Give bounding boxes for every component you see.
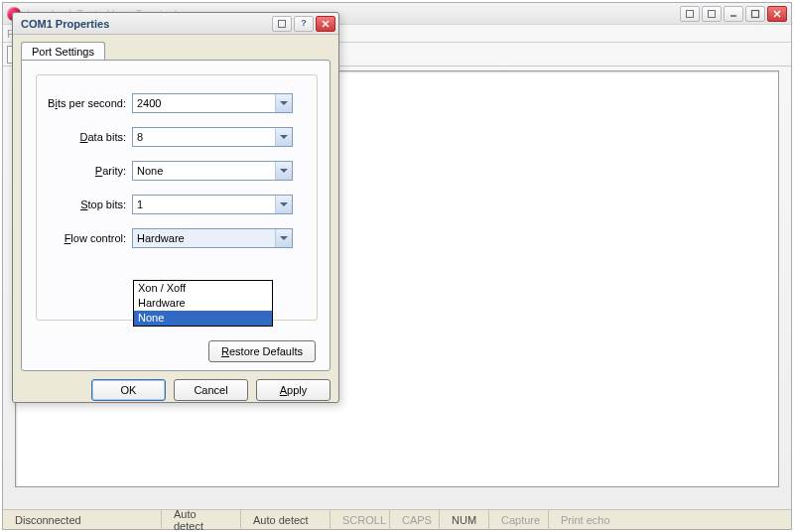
- chevron-down-icon: [275, 162, 292, 180]
- bps-label: Bits per second:: [37, 97, 132, 109]
- flowcontrol-label: Flow control:: [37, 232, 132, 244]
- chevron-down-icon: [275, 94, 292, 112]
- chevron-down-icon: [275, 229, 292, 247]
- settings-group: Bits per second: 2400 Data bits: 8: [36, 74, 318, 321]
- cancel-button[interactable]: Cancel: [174, 379, 248, 401]
- com-properties-dialog: COM1 Properties ? Port Settings Bits per…: [12, 12, 339, 403]
- parent-extra2-button[interactable]: [702, 6, 722, 22]
- databits-combo[interactable]: 8: [132, 127, 293, 147]
- ok-button[interactable]: OK: [91, 379, 166, 401]
- apply-button[interactable]: Apply: [256, 379, 331, 401]
- parent-close-button[interactable]: [767, 6, 787, 22]
- flowcontrol-combo[interactable]: Hardware: [132, 228, 293, 248]
- chevron-down-icon: [275, 196, 292, 213]
- stopbits-value: 1: [137, 199, 143, 210]
- status-connection: Disconnected: [3, 510, 162, 530]
- parity-combo[interactable]: None: [132, 161, 293, 181]
- status-num: NUM: [440, 510, 489, 530]
- svg-rect-3: [752, 10, 759, 17]
- chevron-down-icon: [275, 128, 292, 146]
- dialog-titlebar: COM1 Properties ?: [13, 13, 338, 35]
- databits-value: 8: [137, 131, 143, 143]
- parent-maximize-button[interactable]: [745, 6, 765, 22]
- flow-option-xonxoff[interactable]: Xon / Xoff: [134, 281, 272, 296]
- tab-panel: Bits per second: 2400 Data bits: 8: [21, 60, 331, 371]
- svg-rect-0: [687, 10, 694, 17]
- restore-defaults-button[interactable]: Restore Defaults: [208, 340, 316, 362]
- status-scroll: SCROLL: [331, 510, 390, 530]
- status-autodetect-1: Auto detect: [162, 510, 241, 530]
- status-autodetect-2: Auto detect: [241, 510, 331, 530]
- flowcontrol-dropdown: Xon / Xoff Hardware None: [133, 280, 273, 327]
- stopbits-combo[interactable]: 1: [132, 195, 293, 214]
- parity-value: None: [137, 165, 163, 177]
- databits-label: Data bits:: [37, 131, 132, 143]
- flow-option-hardware[interactable]: Hardware: [134, 296, 272, 311]
- bps-value: 2400: [137, 97, 161, 109]
- tab-port-settings[interactable]: Port Settings: [21, 42, 105, 61]
- status-caps: CAPS: [390, 510, 440, 530]
- svg-rect-6: [279, 20, 286, 27]
- bps-combo[interactable]: 2400: [132, 93, 293, 113]
- dialog-extra-button[interactable]: [272, 16, 292, 32]
- flow-option-none[interactable]: None: [134, 311, 272, 326]
- dialog-title: COM1 Properties: [21, 18, 109, 30]
- status-capture: Capture: [489, 510, 549, 530]
- dialog-close-button[interactable]: [316, 16, 335, 32]
- parity-label: Parity:: [37, 165, 132, 177]
- parent-minimize-button[interactable]: [724, 6, 743, 22]
- status-printecho: Print echo: [549, 510, 628, 530]
- dialog-help-button[interactable]: ?: [294, 16, 314, 32]
- stopbits-label: Stop bits:: [37, 199, 132, 210]
- svg-rect-1: [709, 10, 716, 17]
- flowcontrol-value: Hardware: [137, 232, 185, 244]
- parent-extra1-button[interactable]: [680, 6, 700, 22]
- status-bar: Disconnected Auto detect Auto detect SCR…: [3, 509, 791, 529]
